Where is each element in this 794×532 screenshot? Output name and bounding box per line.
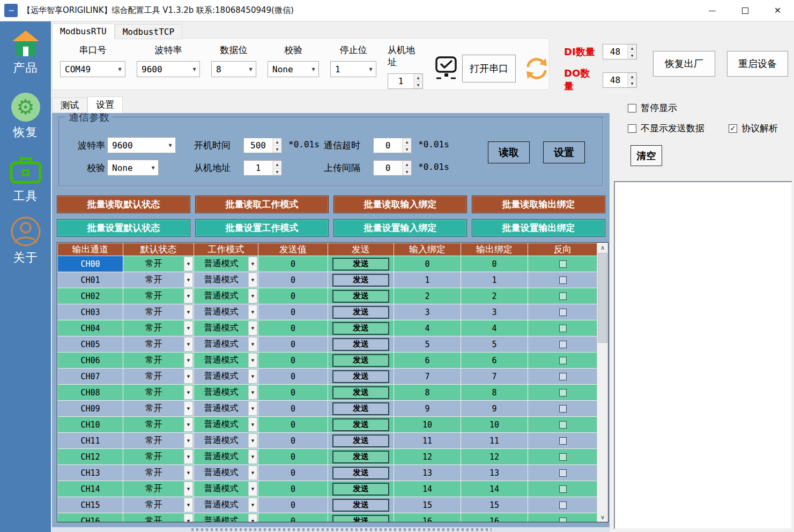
close-button[interactable]: ✕ — [761, 0, 794, 21]
chevron-down-icon[interactable]: ▼ — [248, 353, 257, 368]
channel-cell[interactable]: CH05 — [58, 336, 123, 353]
chevron-down-icon[interactable]: ▼ — [184, 289, 193, 303]
default-state-cell[interactable]: 常开▼ — [123, 336, 194, 353]
tab-modbus-tcp[interactable]: ModbustTCP — [115, 24, 182, 39]
batch-read-button-2[interactable]: 批量读取输入绑定 — [333, 196, 467, 213]
chevron-down-icon[interactable]: ▼ — [184, 466, 193, 480]
work-mode-cell[interactable]: 普通模式▼ — [194, 465, 258, 481]
send-value-cell[interactable]: 0 — [258, 256, 328, 272]
invert-checkbox[interactable] — [559, 469, 567, 477]
send-value-cell[interactable]: 0 — [258, 449, 328, 465]
chevron-down-icon[interactable]: ▼ — [184, 514, 193, 522]
output-bind-cell[interactable]: 0 — [461, 256, 528, 272]
invert-checkbox[interactable] — [559, 276, 567, 284]
read-params-button[interactable]: 读取 — [488, 141, 530, 163]
chevron-down-icon[interactable]: ▼ — [248, 305, 257, 319]
default-state-cell[interactable]: 常开▼ — [123, 513, 194, 523]
output-bind-cell[interactable]: 8 — [461, 385, 528, 401]
spin-down-icon[interactable]: ▼ — [628, 80, 636, 87]
chevron-down-icon[interactable]: ▼ — [248, 401, 257, 416]
output-bind-cell[interactable]: 16 — [461, 513, 528, 523]
input-bind-cell[interactable]: 9 — [394, 401, 461, 417]
input-bind-cell[interactable]: 12 — [394, 449, 461, 465]
spin-up-icon[interactable]: ▲ — [403, 161, 411, 168]
default-state-cell[interactable]: 常开▼ — [123, 272, 194, 288]
output-bind-cell[interactable]: 7 — [461, 369, 528, 385]
invert-checkbox[interactable] — [559, 260, 567, 268]
output-bind-cell[interactable]: 2 — [461, 288, 528, 304]
set-params-button[interactable]: 设置 — [543, 141, 585, 163]
input-bind-cell[interactable]: 13 — [394, 465, 461, 481]
batch-read-button-1[interactable]: 批量读取工作模式 — [195, 196, 329, 213]
hide-send-data-checkbox[interactable]: 不显示发送数据 — [628, 122, 704, 134]
channel-cell[interactable]: CH15 — [58, 497, 123, 513]
channel-cell[interactable]: CH02 — [58, 288, 123, 304]
channel-cell[interactable]: CH00 — [58, 256, 123, 272]
work-mode-cell[interactable]: 普通模式▼ — [194, 304, 258, 320]
default-state-cell[interactable]: 常开▼ — [123, 449, 194, 465]
default-state-cell[interactable]: 常开▼ — [123, 288, 194, 304]
send-button[interactable]: 发送 — [332, 418, 389, 431]
default-state-cell[interactable]: 常开▼ — [123, 320, 194, 336]
scroll-thumb[interactable] — [598, 253, 607, 343]
di-count-spinner[interactable]: 48▲▼ — [603, 44, 637, 59]
chevron-down-icon[interactable]: ▼ — [248, 273, 257, 287]
work-mode-cell[interactable]: 普通模式▼ — [194, 481, 258, 497]
work-mode-cell[interactable]: 普通模式▼ — [194, 401, 258, 417]
send-value-cell[interactable]: 0 — [258, 497, 328, 513]
work-mode-cell[interactable]: 普通模式▼ — [194, 497, 258, 513]
sidebar-item-product[interactable]: 产品 — [0, 29, 51, 76]
spin-down-icon[interactable]: ▼ — [403, 146, 411, 153]
send-button[interactable]: 发送 — [332, 451, 389, 463]
chevron-down-icon[interactable]: ▼ — [184, 449, 193, 464]
invert-checkbox[interactable] — [559, 518, 567, 523]
default-state-cell[interactable]: 常开▼ — [123, 369, 194, 385]
spin-up-icon[interactable]: ▲ — [628, 73, 636, 80]
spin-down-icon[interactable]: ▼ — [628, 52, 636, 59]
output-bind-cell[interactable]: 6 — [461, 353, 528, 369]
invert-checkbox[interactable] — [559, 373, 567, 380]
input-bind-cell[interactable]: 16 — [394, 513, 461, 523]
output-bind-cell[interactable]: 10 — [461, 417, 528, 433]
input-bind-cell[interactable]: 8 — [394, 385, 461, 401]
channel-cell[interactable]: CH10 — [58, 417, 123, 433]
work-mode-cell[interactable]: 普通模式▼ — [194, 336, 258, 353]
spin-up-icon[interactable]: ▲ — [414, 74, 422, 81]
send-button[interactable]: 发送 — [332, 499, 389, 512]
open-serial-button[interactable]: 打开串口 — [462, 55, 516, 83]
default-state-cell[interactable]: 常开▼ — [123, 385, 194, 401]
chevron-down-icon[interactable]: ▼ — [184, 385, 193, 400]
batch-read-button-3[interactable]: 批量读取输出绑定 — [472, 196, 605, 213]
invert-checkbox[interactable] — [559, 389, 567, 396]
batch-set-button-3[interactable]: 批量设置输出绑定 — [472, 219, 605, 237]
refresh-icon[interactable] — [524, 55, 549, 85]
chevron-down-icon[interactable]: ▼ — [248, 369, 257, 384]
default-state-cell[interactable]: 常开▼ — [123, 256, 194, 272]
send-value-cell[interactable]: 0 — [258, 304, 328, 320]
scroll-down-icon[interactable]: ∨ — [597, 512, 608, 522]
serial-port-select[interactable]: COM49▼ — [60, 61, 125, 77]
work-mode-cell[interactable]: 普通模式▼ — [194, 433, 258, 449]
send-button[interactable]: 发送 — [332, 386, 389, 399]
chevron-down-icon[interactable]: ▼ — [248, 466, 257, 480]
work-mode-cell[interactable]: 普通模式▼ — [194, 256, 258, 272]
send-button[interactable]: 发送 — [332, 258, 389, 271]
send-value-cell[interactable]: 0 — [258, 465, 328, 481]
channel-cell[interactable]: CH04 — [58, 320, 123, 336]
pause-display-checkbox[interactable]: 暂停显示 — [628, 102, 677, 114]
spin-down-icon[interactable]: ▼ — [273, 146, 281, 153]
invert-checkbox[interactable] — [559, 405, 567, 413]
spin-down-icon[interactable]: ▼ — [414, 81, 422, 89]
default-state-cell[interactable]: 常开▼ — [123, 465, 194, 481]
sidebar-item-about[interactable]: 关于 — [0, 216, 51, 266]
invert-checkbox[interactable] — [559, 325, 567, 332]
output-bind-cell[interactable]: 3 — [461, 304, 528, 320]
send-value-cell[interactable]: 0 — [258, 320, 328, 336]
input-bind-cell[interactable]: 3 — [394, 304, 461, 320]
send-button[interactable]: 发送 — [332, 274, 389, 287]
send-button[interactable]: 发送 — [332, 290, 389, 303]
chevron-down-icon[interactable]: ▼ — [184, 498, 193, 512]
send-button[interactable]: 发送 — [332, 467, 389, 479]
send-value-cell[interactable]: 0 — [258, 401, 328, 417]
send-value-cell[interactable]: 0 — [258, 288, 328, 304]
